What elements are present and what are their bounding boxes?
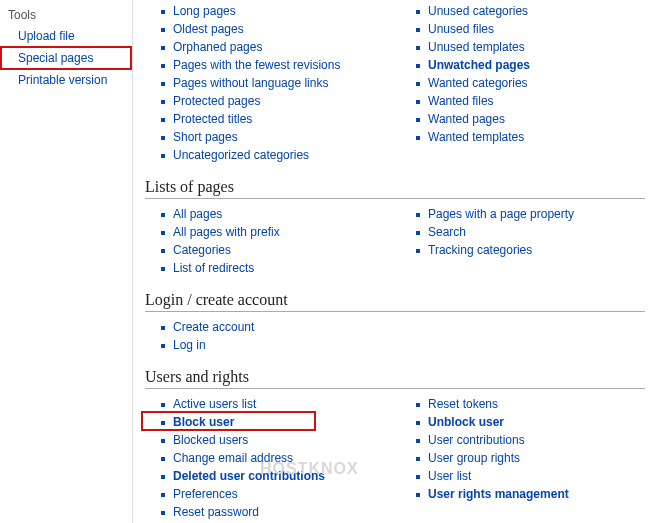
- link-item[interactable]: Long pages: [161, 2, 390, 20]
- link-item[interactable]: Deleted user contributions: [161, 467, 390, 485]
- col-list: Reset tokensUnblock userUser contributio…: [400, 395, 645, 503]
- col-list: Create accountLog in: [145, 318, 390, 354]
- link-item[interactable]: Protected titles: [161, 110, 390, 128]
- link-item[interactable]: All pages: [161, 205, 390, 223]
- sidebar-list: Upload fileSpecial pagesPrintable versio…: [0, 26, 132, 90]
- link-item[interactable]: Unused templates: [416, 38, 645, 56]
- link-item[interactable]: Wanted pages: [416, 110, 645, 128]
- top-left-list: Long pagesOldest pagesOrphaned pagesPage…: [145, 2, 390, 164]
- sidebar-item[interactable]: Printable version: [16, 70, 132, 90]
- link-item[interactable]: Uncategorized categories: [161, 146, 390, 164]
- sidebar-item[interactable]: Upload file: [16, 26, 132, 46]
- link-item[interactable]: Search: [416, 223, 645, 241]
- section-heading: Login / create account: [145, 291, 645, 312]
- link-item[interactable]: Unused categories: [416, 2, 645, 20]
- top-right-list: Unused categoriesUnused filesUnused temp…: [400, 2, 645, 146]
- link-item[interactable]: Tracking categories: [416, 241, 645, 259]
- link-item[interactable]: Pages with the fewest revisions: [161, 56, 390, 74]
- col-list: All pagesAll pages with prefixCategories…: [145, 205, 390, 277]
- link-item[interactable]: User list: [416, 467, 645, 485]
- sidebar: Tools Upload fileSpecial pagesPrintable …: [0, 0, 133, 523]
- link-item[interactable]: User group rights: [416, 449, 645, 467]
- link-item[interactable]: List of redirects: [161, 259, 390, 277]
- link-item[interactable]: Unused files: [416, 20, 645, 38]
- link-item[interactable]: Wanted files: [416, 92, 645, 110]
- link-item[interactable]: Preferences: [161, 485, 390, 503]
- sidebar-item[interactable]: Special pages: [0, 46, 132, 70]
- sidebar-heading: Tools: [0, 6, 132, 26]
- link-item[interactable]: Orphaned pages: [161, 38, 390, 56]
- link-item[interactable]: Categories: [161, 241, 390, 259]
- link-item[interactable]: Pages without language links: [161, 74, 390, 92]
- link-item[interactable]: Reset tokens: [416, 395, 645, 413]
- link-item[interactable]: Active users list: [161, 395, 390, 413]
- link-item[interactable]: Unwatched pages: [416, 56, 645, 74]
- link-item[interactable]: Pages with a page property: [416, 205, 645, 223]
- link-item[interactable]: Short pages: [161, 128, 390, 146]
- col-list: Pages with a page propertySearchTracking…: [400, 205, 645, 259]
- section-heading: Users and rights: [145, 368, 645, 389]
- col-list: Active users listBlock userBlocked users…: [145, 395, 390, 521]
- link-item[interactable]: Oldest pages: [161, 20, 390, 38]
- section: Login / create accountCreate accountLog …: [145, 291, 645, 354]
- link-item[interactable]: Block user: [161, 413, 390, 431]
- sections-container: Lists of pagesAll pagesAll pages with pr…: [145, 178, 645, 521]
- main: Long pagesOldest pagesOrphaned pagesPage…: [133, 0, 651, 523]
- section-heading: Lists of pages: [145, 178, 645, 199]
- link-item[interactable]: User contributions: [416, 431, 645, 449]
- link-item[interactable]: All pages with prefix: [161, 223, 390, 241]
- link-item[interactable]: Change email address: [161, 449, 390, 467]
- section: Lists of pagesAll pagesAll pages with pr…: [145, 178, 645, 277]
- link-item[interactable]: Log in: [161, 336, 390, 354]
- link-item[interactable]: Create account: [161, 318, 390, 336]
- top-section: Long pagesOldest pagesOrphaned pagesPage…: [145, 0, 645, 164]
- link-item[interactable]: Blocked users: [161, 431, 390, 449]
- link-item[interactable]: Wanted templates: [416, 128, 645, 146]
- link-item[interactable]: Reset password: [161, 503, 390, 521]
- link-item[interactable]: User rights management: [416, 485, 645, 503]
- section: Users and rightsActive users listBlock u…: [145, 368, 645, 521]
- link-item[interactable]: Wanted categories: [416, 74, 645, 92]
- link-item[interactable]: Protected pages: [161, 92, 390, 110]
- link-item[interactable]: Unblock user: [416, 413, 645, 431]
